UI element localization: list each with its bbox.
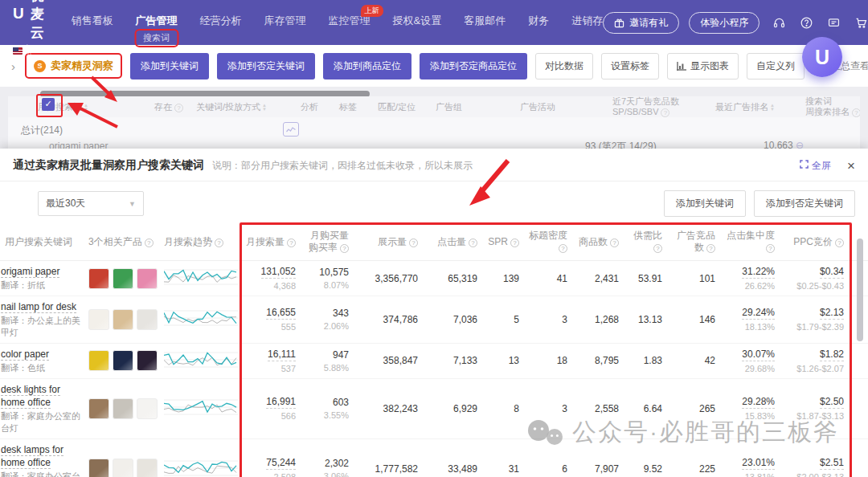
nav-item-8[interactable]: 进销存 <box>571 14 603 28</box>
info-icon[interactable]: ? <box>766 244 775 253</box>
product-thumbnail[interactable] <box>88 398 109 419</box>
nav-pill-0[interactable]: 邀请有礼 <box>603 12 679 34</box>
toolbar-plain-button-1[interactable]: 设置标签 <box>601 53 659 80</box>
column-header-8[interactable]: 标题密度? <box>526 230 574 254</box>
info-icon[interactable]: ? <box>469 238 477 247</box>
nav-item-2[interactable]: 经营分析 <box>200 14 242 28</box>
info-icon[interactable]: ? <box>287 238 296 247</box>
bg-column-header-3[interactable]: 分析 <box>298 102 337 112</box>
nav-item-0[interactable]: 销售看板 <box>72 14 113 28</box>
product-thumbnail[interactable] <box>88 459 109 477</box>
toolbar-primary-button-2[interactable]: 添加到商品定位 <box>323 53 411 80</box>
info-icon[interactable]: ? <box>215 238 223 247</box>
nav-item-3[interactable]: 库存管理 <box>264 14 306 28</box>
keyword-link[interactable]: nail lamp for desk <box>1 301 76 313</box>
bg-column-header-10[interactable]: 搜索词 周搜索排名? <box>803 96 860 116</box>
nav-pill-1[interactable]: 体验小程序 <box>689 12 760 34</box>
nav-item-7[interactable]: 财务 <box>528 14 549 28</box>
keyword-link[interactable]: origami paper <box>1 266 59 278</box>
column-header-9[interactable]: 商品数? <box>574 236 625 248</box>
keyword-link[interactable]: desk lamps for home office <box>1 444 63 469</box>
sort-icon[interactable]: ▲▼ <box>84 104 88 112</box>
column-header-10[interactable]: 供需比? <box>625 230 669 254</box>
brand-float-button[interactable]: U <box>802 37 842 77</box>
column-header-1[interactable]: 3个相关产品? <box>84 236 159 248</box>
product-thumbnail[interactable] <box>137 268 158 289</box>
headset-icon[interactable] <box>772 15 787 31</box>
column-header-2[interactable]: 月搜索趋势? <box>159 236 241 248</box>
toolbar-primary-button-0[interactable]: 添加到关键词 <box>130 53 209 80</box>
info-icon[interactable]: ? <box>409 238 418 247</box>
info-icon[interactable]: ? <box>610 238 619 247</box>
column-header-13[interactable]: PPC竞价? <box>781 236 850 248</box>
product-thumbnail[interactable] <box>137 309 158 330</box>
nav-item-5[interactable]: 授权&设置 <box>393 14 442 28</box>
product-thumbnail[interactable] <box>137 459 158 477</box>
product-thumbnail[interactable] <box>113 459 133 477</box>
select-all-checkbox[interactable]: ✓ <box>42 98 55 111</box>
add-to-keywords-button[interactable]: 添加到关键词 <box>664 190 746 217</box>
subtab-search-terms[interactable]: 搜索词 <box>134 29 178 47</box>
toolbar-plain-button-0[interactable]: 对比数据 <box>535 53 593 80</box>
product-thumbnail[interactable] <box>113 309 133 330</box>
info-icon[interactable]: ? <box>174 104 183 112</box>
info-icon[interactable]: ? <box>510 238 519 247</box>
product-thumbnail[interactable] <box>137 398 158 419</box>
message-icon[interactable] <box>826 15 841 31</box>
info-icon[interactable]: ? <box>852 108 860 117</box>
bg-column-header-6[interactable]: 广告组 <box>433 102 518 112</box>
column-header-5[interactable]: 展示量? <box>355 236 424 248</box>
toolbar-plain-button-2[interactable]: 显示图表 <box>667 53 739 80</box>
toolbar-plain-button-3[interactable]: 自定义列 <box>747 53 805 80</box>
column-header-0[interactable]: 用户搜索关键词 <box>0 236 84 248</box>
date-range-select[interactable]: 最近30天 ▼ <box>38 191 144 216</box>
info-icon[interactable]: ? <box>340 244 349 253</box>
bg-column-header-2[interactable]: 关键词/投放方式▲▼ <box>194 102 298 112</box>
trend-chart-icon[interactable] <box>283 122 299 137</box>
product-thumbnail[interactable] <box>88 309 109 330</box>
nav-item-1[interactable]: 广告管理搜索词 <box>136 14 178 28</box>
toolbar-primary-button-1[interactable]: 添加到否定关键词 <box>217 53 315 80</box>
column-header-6[interactable]: 点击量? <box>424 236 484 248</box>
info-icon[interactable]: ? <box>559 244 567 253</box>
close-icon[interactable]: × <box>847 159 855 173</box>
cart-icon[interactable] <box>854 15 868 31</box>
help-icon[interactable] <box>799 15 814 31</box>
keyword-link[interactable]: desk lights for home office <box>1 384 60 409</box>
info-icon[interactable]: ? <box>653 244 662 253</box>
column-header-12[interactable]: 点击集中度? <box>722 230 781 254</box>
collapse-chevron-icon[interactable]: › <box>10 59 17 73</box>
bg-column-label: 关键词/投放方式 <box>196 102 260 112</box>
product-thumbnail[interactable] <box>113 268 133 289</box>
product-thumbnail[interactable] <box>137 350 158 371</box>
column-header-4[interactable]: 月购买量 购买率? <box>302 230 355 254</box>
metric-value: 16,991 <box>266 396 296 409</box>
bg-column-header-9[interactable]: 最近广告排名▲▼ <box>713 102 803 112</box>
keyword-link[interactable]: color paper <box>1 349 49 361</box>
product-thumbnail[interactable] <box>88 268 109 289</box>
column-header-3[interactable]: 月搜索量? <box>241 236 302 248</box>
bg-column-header-8[interactable]: 近7天广告竞品数 SP/SB/SBV? <box>610 96 713 116</box>
info-icon[interactable]: ? <box>835 238 844 247</box>
toolbar-primary-button-3[interactable]: 添加到否定商品定位 <box>420 53 527 80</box>
add-to-negative-keywords-button[interactable]: 添加到否定关键词 <box>754 190 855 217</box>
nav-item-4[interactable]: 监控管理上新 <box>329 14 371 28</box>
column-header-11[interactable]: 广告竞品数? <box>669 230 722 254</box>
info-icon[interactable]: ? <box>706 244 715 253</box>
info-icon[interactable]: ? <box>661 108 669 117</box>
sort-icon[interactable]: ▲▼ <box>262 104 267 112</box>
brand[interactable]: U 优麦云 (UTC-7) <box>13 0 47 59</box>
bg-column-header-7[interactable]: 广告活动 <box>518 102 610 112</box>
bg-column-header-4[interactable]: 标签 <box>337 102 375 112</box>
sort-icon[interactable]: ▲▼ <box>770 104 775 112</box>
nav-item-6[interactable]: 客服邮件 <box>464 14 506 28</box>
product-thumbnail[interactable] <box>113 398 133 419</box>
product-thumbnail[interactable] <box>88 350 109 371</box>
fullscreen-button[interactable]: 全屏 <box>800 159 831 173</box>
vertical-scrollbar-thumb[interactable] <box>857 238 863 341</box>
bg-column-header-1[interactable]: 存在? <box>152 102 194 112</box>
column-header-7[interactable]: SPR? <box>484 236 526 248</box>
product-thumbnail[interactable] <box>113 350 133 371</box>
info-icon[interactable]: ? <box>145 238 154 247</box>
bg-column-header-5[interactable]: 匹配/定位 <box>375 102 433 112</box>
